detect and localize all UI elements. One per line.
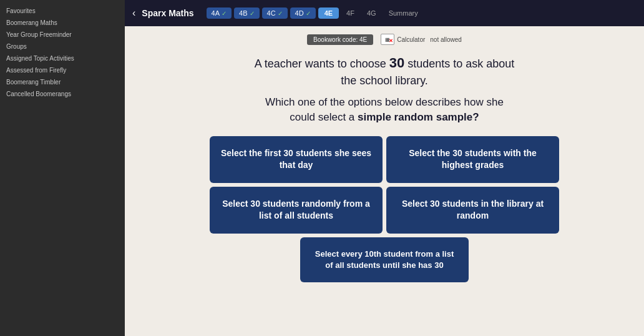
sidebar: Favourites Boomerang Maths Year Group Fr…	[0, 0, 125, 336]
tab-4c[interactable]: 4C ✓	[262, 7, 288, 19]
meta-row: Bookwork code: 4E ▦ ✕ Calculator not all…	[307, 34, 462, 45]
tab-4b-label: 4B	[239, 9, 247, 17]
calculator-status: not allowed	[430, 36, 462, 43]
calculator-info: ▦ ✕ Calculator not allowed	[381, 34, 462, 45]
top-nav: ‹ Sparx Maths 4A ✓ 4B ✓ 4C ✓ 4D ✓ 4E 4F …	[125, 0, 644, 26]
tab-4c-label: 4C	[267, 9, 276, 17]
tab-4e[interactable]: 4E	[318, 7, 339, 19]
tab-4d-label: 4D	[295, 9, 304, 17]
sidebar-item-assessed[interactable]: Assessed from Firefly	[0, 64, 125, 76]
tab-4f[interactable]: 4F	[341, 7, 359, 19]
option-3[interactable]: Select 30 students randomly from a list …	[210, 187, 383, 234]
tab-4g[interactable]: 4G	[362, 7, 381, 19]
bookwork-badge: Bookwork code: 4E	[307, 34, 373, 45]
tab-4c-check: ✓	[278, 10, 283, 17]
tab-4d-check: ✓	[306, 10, 311, 17]
tab-4b-check: ✓	[250, 10, 255, 17]
tab-4a-label: 4A	[212, 9, 220, 17]
sidebar-item-cancelled[interactable]: Cancelled Boomerangs	[0, 88, 125, 100]
calculator-label: Calculator	[397, 36, 425, 43]
question-text: A teacher wants to choose 30 students to…	[255, 54, 515, 89]
question-line2: the school library.	[341, 74, 428, 87]
content-area: Bookwork code: 4E ▦ ✕ Calculator not all…	[125, 26, 644, 336]
options-grid: Select the first 30 students she sees th…	[210, 136, 559, 283]
sidebar-item-yeargroup[interactable]: Year Group Freeminder	[0, 29, 125, 41]
option-2[interactable]: Select the 30 students with the highest …	[386, 136, 559, 183]
nav-title: Sparx Maths	[142, 8, 193, 18]
option-5[interactable]: Select every 10th student from a list of…	[300, 237, 469, 282]
question-line3: Which one of the options below describes…	[265, 96, 504, 108]
which-text: Which one of the options below describes…	[265, 95, 504, 125]
option-4[interactable]: Select 30 students in the library at ran…	[386, 187, 559, 234]
calculator-icon: ▦ ✕	[381, 34, 394, 45]
sidebar-item-assigned[interactable]: Assigned Topic Activities	[0, 52, 125, 64]
tab-summary[interactable]: Summary	[384, 7, 423, 19]
number-30: 30	[389, 55, 404, 71]
tab-4d[interactable]: 4D ✓	[290, 7, 316, 19]
option-1[interactable]: Select the first 30 students she sees th…	[210, 136, 383, 183]
sidebar-item-timbler[interactable]: Boomerang Timbler	[0, 76, 125, 88]
tab-4a[interactable]: 4A ✓	[207, 7, 232, 19]
main-panel: ‹ Sparx Maths 4A ✓ 4B ✓ 4C ✓ 4D ✓ 4E 4F …	[125, 0, 644, 336]
tab-4a-check: ✓	[222, 10, 227, 17]
sidebar-item-groups[interactable]: Groups	[0, 41, 125, 52]
back-button[interactable]: ‹	[132, 7, 135, 19]
sidebar-item-boomerang[interactable]: Boomerang Maths	[0, 17, 125, 29]
sidebar-item-favourites[interactable]: Favourites	[0, 5, 125, 17]
tab-4e-label: 4E	[324, 9, 333, 17]
tab-4b[interactable]: 4B ✓	[234, 7, 259, 19]
